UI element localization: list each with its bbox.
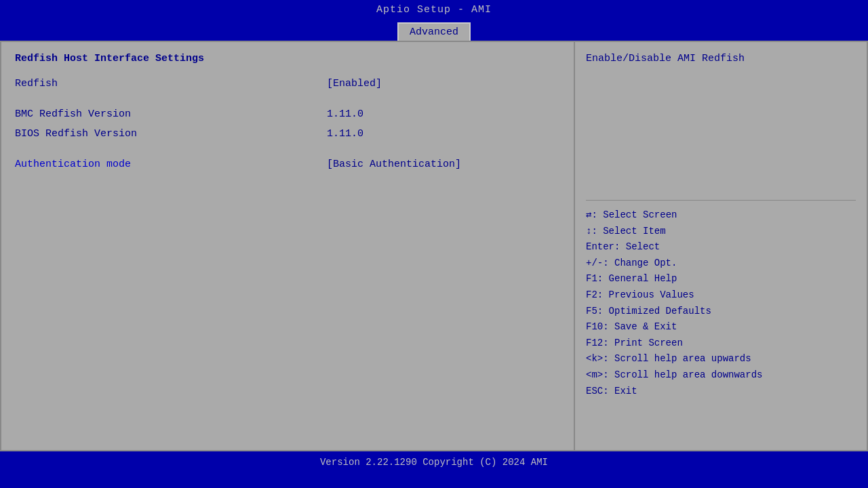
header-title: Aptio Setup - AMI (376, 4, 492, 16)
key-enter: Enter: Select (586, 241, 660, 252)
label-bios-version: BIOS Redfish Version (15, 128, 327, 140)
key-row-select-screen: ⇄: Select Screen (586, 209, 856, 222)
key-arrows: ⇄: Select Screen (586, 209, 677, 220)
key-row-esc: ESC: Exit (586, 385, 856, 399)
key-k: <k>: Scroll help area upwards (586, 353, 751, 364)
key-row-f10: F10: Save & Exit (586, 321, 856, 334)
value-auth-mode: [Basic Authentication] (327, 159, 461, 170)
key-row-enter: Enter: Select (586, 241, 856, 254)
label-redfish: Redfish (15, 78, 327, 89)
key-row-k: <k>: Scroll help area upwards (586, 352, 856, 366)
key-f2: F2: Previous Values (586, 289, 694, 300)
left-panel: Redfish Host Interface Settings Redfish … (0, 41, 575, 451)
key-row-m: <m>: Scroll help area downwards (586, 369, 856, 382)
key-row-plusminus: +/-: Change Opt. (586, 257, 856, 270)
footer-text: Version 2.22.1290 Copyright (C) 2024 AMI (320, 457, 548, 468)
value-redfish: [Enabled] (327, 78, 382, 89)
main-content: Redfish Host Interface Settings Redfish … (0, 41, 868, 451)
setting-row-auth-mode[interactable]: Authentication mode [Basic Authenticatio… (15, 159, 560, 170)
key-row-select-item: ↕: Select Item (586, 225, 856, 239)
setting-row-bmc-version: BMC Redfish Version 1.11.0 (15, 108, 560, 120)
key-esc: ESC: Exit (586, 386, 637, 396)
key-f10: F10: Save & Exit (586, 321, 677, 332)
key-m: <m>: Scroll help area downwards (586, 369, 762, 380)
key-row-f1: F1: General Help (586, 272, 856, 286)
key-plusminus: +/-: Change Opt. (586, 258, 677, 268)
help-text: Enable/Disable AMI Redfish (586, 53, 856, 64)
value-bmc-version: 1.11.0 (327, 108, 363, 120)
key-f5: F5: Optimized Defaults (586, 306, 711, 317)
label-auth-mode[interactable]: Authentication mode (15, 159, 327, 170)
tab-advanced[interactable]: Advanced (397, 22, 471, 41)
setting-row-redfish: Redfish [Enabled] (15, 78, 560, 89)
key-row-f12: F12: Print Screen (586, 337, 856, 350)
footer-bar: Version 2.22.1290 Copyright (C) 2024 AMI (0, 451, 868, 476)
right-divider (586, 200, 856, 201)
label-bmc-version: BMC Redfish Version (15, 108, 327, 120)
key-f1: F1: General Help (586, 273, 677, 284)
key-updown: ↕: Select Item (586, 226, 666, 237)
key-row-f5: F5: Optimized Defaults (586, 305, 856, 319)
tab-bar: Advanced (0, 20, 868, 41)
setting-row-bios-version: BIOS Redfish Version 1.11.0 (15, 128, 560, 140)
section-title: Redfish Host Interface Settings (15, 53, 560, 64)
header-bar: Aptio Setup - AMI (0, 0, 868, 20)
right-panel: Enable/Disable AMI Redfish ⇄: Select Scr… (575, 41, 868, 451)
key-row-f2: F2: Previous Values (586, 289, 856, 302)
keys-section: ⇄: Select Screen ↕: Select Item Enter: S… (586, 209, 856, 398)
key-f12: F12: Print Screen (586, 338, 683, 348)
value-bios-version: 1.11.0 (327, 128, 363, 140)
